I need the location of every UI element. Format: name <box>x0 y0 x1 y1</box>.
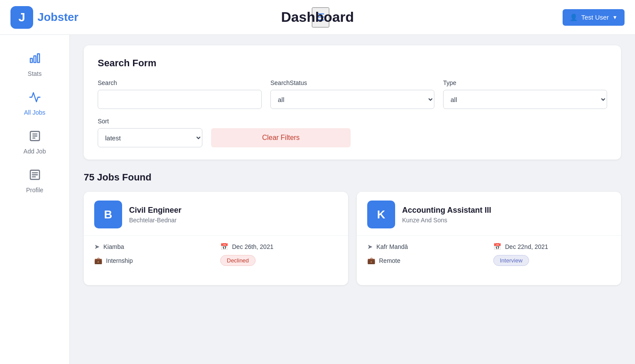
job-date: 📅 Dec 26th, 2021 <box>220 243 338 251</box>
job-title-block: Accounting Assistant III Kunze And Sons <box>402 206 491 224</box>
search-form-card: Search Form Search SearchStatus all pend… <box>84 45 621 160</box>
job-company: Bechtelar-Bednar <box>129 217 181 224</box>
sidebar-item-profile-label: Profile <box>26 187 44 194</box>
sidebar-item-profile[interactable]: Profile <box>0 162 69 201</box>
job-card: B Civil Engineer Bechtelar-Bednar ➤ Kiam… <box>84 192 348 285</box>
jobs-grid: B Civil Engineer Bechtelar-Bednar ➤ Kiam… <box>84 192 621 285</box>
logo-text: Jobster <box>38 10 79 24</box>
clear-filters-button[interactable]: Clear Filters <box>211 128 351 147</box>
location-icon: ➤ <box>367 243 373 251</box>
status-badge: Interview <box>493 255 529 266</box>
status-group: SearchStatus all pending interview decli… <box>270 79 434 109</box>
sidebar-item-stats[interactable]: Stats <box>0 45 69 84</box>
sidebar: Stats All Jobs Add Job <box>0 35 70 364</box>
briefcase-icon: 💼 <box>367 257 376 265</box>
job-type: 💼 Internship <box>94 255 212 266</box>
job-card: K Accounting Assistant III Kunze And Son… <box>357 192 621 285</box>
job-card-body: ➤ Kafr Mandā 📅 Dec 22nd, 2021 💼 Remote <box>357 236 621 278</box>
profile-icon <box>29 169 41 184</box>
status-select[interactable]: all pending interview declined <box>270 90 434 109</box>
job-meta: ➤ Kiamba 📅 Dec 26th, 2021 💼 Internship <box>94 243 338 266</box>
stats-icon <box>29 52 41 68</box>
all-jobs-icon <box>29 91 41 106</box>
search-form-title: Search Form <box>98 58 607 69</box>
job-title-block: Civil Engineer Bechtelar-Bednar <box>129 206 181 224</box>
briefcase-icon: 💼 <box>94 257 102 265</box>
form-row-sort: Sort latest oldest a-z z-a Clear Filters <box>98 118 607 147</box>
user-label: Test User <box>581 14 609 21</box>
job-card-header: K Accounting Assistant III Kunze And Son… <box>357 192 621 236</box>
sidebar-item-all-jobs-label: All Jobs <box>24 109 45 116</box>
add-job-icon <box>29 130 41 145</box>
job-avatar: B <box>94 201 122 228</box>
calendar-icon: 📅 <box>220 243 229 251</box>
user-menu-button[interactable]: 👤 Test User ▼ <box>563 9 625 26</box>
job-date: 📅 Dec 22nd, 2021 <box>493 243 611 251</box>
job-meta: ➤ Kafr Mandā 📅 Dec 22nd, 2021 💼 Remote <box>367 243 611 266</box>
logo[interactable]: J Jobster <box>10 6 79 29</box>
search-label: Search <box>98 79 262 86</box>
job-card-footer <box>84 278 348 285</box>
job-status: Declined <box>220 255 338 266</box>
status-badge: Declined <box>220 255 256 266</box>
sidebar-item-all-jobs[interactable]: All Jobs <box>0 84 69 123</box>
header-right: 👤 Test User ▼ <box>563 9 625 26</box>
job-status: Interview <box>493 255 611 266</box>
location-icon: ➤ <box>94 243 100 251</box>
user-icon: 👤 <box>570 14 578 21</box>
search-form-grid: Search SearchStatus all pending intervie… <box>98 79 607 109</box>
job-card-body: ➤ Kiamba 📅 Dec 26th, 2021 💼 Internship <box>84 236 348 278</box>
jobs-found-heading: 75 Jobs Found <box>84 172 621 183</box>
job-type: 💼 Remote <box>367 255 485 266</box>
sort-label: Sort <box>98 118 202 125</box>
sidebar-item-add-job-label: Add Job <box>24 148 46 155</box>
job-card-footer <box>357 278 621 285</box>
svg-rect-2 <box>37 54 39 63</box>
job-title: Accounting Assistant III <box>402 206 491 215</box>
type-label: Type <box>443 79 607 86</box>
job-location: ➤ Kiamba <box>94 243 212 251</box>
header: J Jobster ☰ Dashboard 👤 Test User ▼ <box>0 0 635 35</box>
chevron-down-icon: ▼ <box>612 14 618 20</box>
sort-group: Sort latest oldest a-z z-a <box>98 118 202 147</box>
logo-icon: J <box>10 6 33 29</box>
job-card-header: B Civil Engineer Bechtelar-Bednar <box>84 192 348 236</box>
job-company: Kunze And Sons <box>402 217 491 224</box>
type-group: Type all full-time part-time remote inte… <box>443 79 607 109</box>
job-title: Civil Engineer <box>129 206 181 215</box>
main-content: Search Form Search SearchStatus all pend… <box>70 35 635 364</box>
search-group: Search <box>98 79 262 109</box>
job-avatar: K <box>367 201 395 228</box>
type-select[interactable]: all full-time part-time remote internshi… <box>443 90 607 109</box>
calendar-icon: 📅 <box>493 243 502 251</box>
sidebar-item-stats-label: Stats <box>28 70 42 77</box>
job-location: ➤ Kafr Mandā <box>367 243 485 251</box>
page-title: Dashboard <box>281 9 354 25</box>
status-label: SearchStatus <box>270 79 434 86</box>
sidebar-item-add-job[interactable]: Add Job <box>0 123 69 162</box>
svg-rect-0 <box>30 58 32 62</box>
search-input[interactable] <box>98 90 262 109</box>
svg-rect-1 <box>34 56 36 62</box>
layout: Stats All Jobs Add Job <box>0 35 635 364</box>
sort-select[interactable]: latest oldest a-z z-a <box>98 128 202 147</box>
